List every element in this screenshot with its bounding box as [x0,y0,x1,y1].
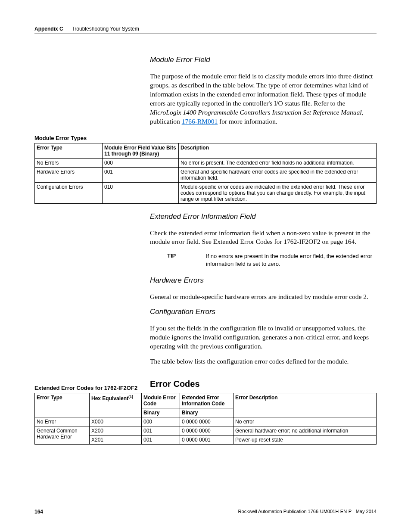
tip-label: TIP [167,252,206,268]
heading-configuration-errors: Configuration Errors [150,308,377,316]
table-row: Configuration Errors 010 Module-specific… [35,182,377,203]
th-description: Description [179,143,377,158]
th-module-error-code: Module Error Code [142,393,180,408]
link-1766-rm001[interactable]: 1766-RM001 [182,118,218,125]
table-row: Hardware Errors 001 General and specific… [35,167,377,182]
th-error-type: Error Type [35,143,103,158]
para-module-error-field: The purpose of the module error field is… [150,72,377,126]
para-hardware-errors: General or module-specific hardware erro… [150,292,377,302]
table-module-error-types: Error Type Module Error Field Value Bits… [34,143,377,204]
para-extended-error-info: Check the extended error information fie… [150,229,377,247]
th-hex-equivalent: Hex Equivalent(1) [90,393,142,417]
table-row: No Error X000 000 0 0000 0000 No error [35,417,377,426]
document-page: Appendix C Troubleshooting Your System M… [0,0,411,532]
table-row: No Errors 000 No error is present. The e… [35,158,377,167]
th-extended-error-info-code: Extended Error Information Code [180,393,234,408]
page-header: Appendix C Troubleshooting Your System [34,26,377,34]
table-extended-error-codes: Error Type Hex Equivalent(1) Module Erro… [34,393,377,445]
th-error-type: Error Type [35,393,90,417]
th-error-description: Error Description [234,393,377,417]
th-field-value: Module Error Field Value Bits 11 through… [103,143,179,158]
chapter-title: Troubleshooting Your System [72,26,139,32]
content-block-2: Extended Error Information Field Check t… [150,212,377,389]
page-number: 164 [34,509,43,515]
heading-hardware-errors: Hardware Errors [150,276,377,285]
content-block-1: Module Error Field The purpose of the mo… [150,56,377,126]
appendix-label: Appendix C [34,26,63,32]
th-binary-2: Binary [180,408,234,417]
publication-info: Rockwell Automation Publication 1766-UM0… [238,509,377,515]
heading-extended-error-info: Extended Error Information Field [150,212,377,221]
table-title-extended-error-codes: Extended Error Codes for 1762-IF2OF2 [34,385,377,391]
th-binary-1: Binary [142,408,180,417]
heading-module-error-field: Module Error Field [150,56,377,64]
table-row: General Common Hardware Error X200 001 0… [35,426,377,436]
para-config-errors-1: If you set the fields in the configurati… [150,324,377,351]
table-title-module-error-types: Module Error Types [34,135,377,141]
para-config-errors-2: The table below lists the configuration … [150,357,377,366]
page-footer: 164 Rockwell Automation Publication 1766… [34,509,377,515]
tip-box: TIP If no errors are present in the modu… [167,252,377,268]
tip-text: If no errors are present in the module e… [206,252,377,268]
